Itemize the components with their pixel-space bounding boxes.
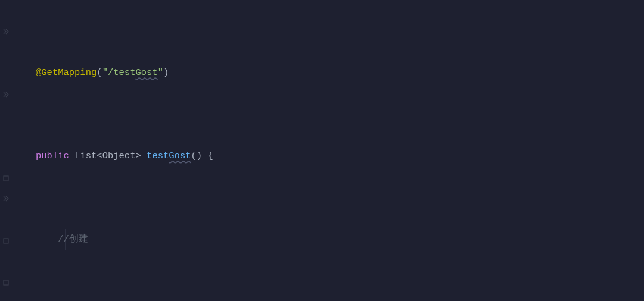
- fold-icon[interactable]: [2, 190, 10, 197]
- annotation: @GetMapping: [36, 67, 97, 78]
- svg-rect-2: [4, 280, 8, 285]
- gutter: [0, 0, 12, 301]
- svg-rect-1: [4, 239, 8, 243]
- keyword-public: public: [36, 150, 69, 161]
- method-name: testGost: [147, 150, 191, 161]
- code-line[interactable]: public List<Object> testGost() {: [12, 146, 644, 167]
- fold-icon[interactable]: [2, 86, 10, 93]
- code-line[interactable]: //创建: [12, 229, 644, 250]
- string-literal: "/testGost": [102, 67, 163, 78]
- bookmark-icon[interactable]: [2, 170, 10, 177]
- comment: //创建: [58, 234, 88, 244]
- svg-rect-0: [4, 176, 8, 181]
- editor-area[interactable]: @GetMapping("/testGost") public List<Obj…: [12, 0, 644, 301]
- bookmark-icon[interactable]: [2, 232, 10, 239]
- bookmark-icon[interactable]: [2, 274, 10, 281]
- code-line[interactable]: @GetMapping("/testGost"): [12, 62, 644, 83]
- fold-icon[interactable]: [2, 23, 10, 30]
